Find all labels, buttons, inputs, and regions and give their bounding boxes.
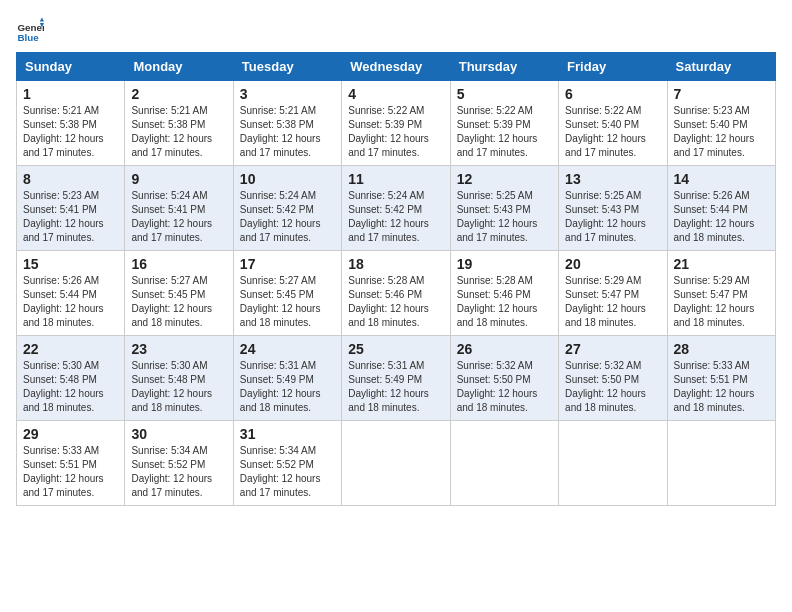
calendar-day-cell: 11Sunrise: 5:24 AMSunset: 5:42 PMDayligh… <box>342 166 450 251</box>
day-number: 27 <box>565 341 660 357</box>
day-info: Sunrise: 5:25 AMSunset: 5:43 PMDaylight:… <box>457 189 552 245</box>
day-info: Sunrise: 5:22 AMSunset: 5:40 PMDaylight:… <box>565 104 660 160</box>
calendar-day-cell: 4Sunrise: 5:22 AMSunset: 5:39 PMDaylight… <box>342 81 450 166</box>
calendar-day-cell: 21Sunrise: 5:29 AMSunset: 5:47 PMDayligh… <box>667 251 775 336</box>
day-number: 9 <box>131 171 226 187</box>
calendar-week-row: 1Sunrise: 5:21 AMSunset: 5:38 PMDaylight… <box>17 81 776 166</box>
day-number: 26 <box>457 341 552 357</box>
day-number: 7 <box>674 86 769 102</box>
calendar-day-cell <box>559 421 667 506</box>
day-info: Sunrise: 5:33 AMSunset: 5:51 PMDaylight:… <box>674 359 769 415</box>
day-info: Sunrise: 5:33 AMSunset: 5:51 PMDaylight:… <box>23 444 118 500</box>
day-info: Sunrise: 5:34 AMSunset: 5:52 PMDaylight:… <box>131 444 226 500</box>
day-info: Sunrise: 5:24 AMSunset: 5:42 PMDaylight:… <box>240 189 335 245</box>
day-info: Sunrise: 5:27 AMSunset: 5:45 PMDaylight:… <box>131 274 226 330</box>
day-info: Sunrise: 5:28 AMSunset: 5:46 PMDaylight:… <box>457 274 552 330</box>
header-friday: Friday <box>559 53 667 81</box>
day-number: 19 <box>457 256 552 272</box>
header-sunday: Sunday <box>17 53 125 81</box>
day-number: 16 <box>131 256 226 272</box>
calendar-day-cell: 15Sunrise: 5:26 AMSunset: 5:44 PMDayligh… <box>17 251 125 336</box>
calendar-day-cell: 22Sunrise: 5:30 AMSunset: 5:48 PMDayligh… <box>17 336 125 421</box>
calendar-day-cell: 16Sunrise: 5:27 AMSunset: 5:45 PMDayligh… <box>125 251 233 336</box>
day-info: Sunrise: 5:21 AMSunset: 5:38 PMDaylight:… <box>131 104 226 160</box>
svg-marker-2 <box>40 17 44 21</box>
day-number: 20 <box>565 256 660 272</box>
calendar-week-row: 22Sunrise: 5:30 AMSunset: 5:48 PMDayligh… <box>17 336 776 421</box>
calendar-day-cell: 5Sunrise: 5:22 AMSunset: 5:39 PMDaylight… <box>450 81 558 166</box>
day-number: 4 <box>348 86 443 102</box>
header-tuesday: Tuesday <box>233 53 341 81</box>
day-number: 18 <box>348 256 443 272</box>
logo: General Blue <box>16 16 44 44</box>
calendar-day-cell: 1Sunrise: 5:21 AMSunset: 5:38 PMDaylight… <box>17 81 125 166</box>
calendar-day-cell: 25Sunrise: 5:31 AMSunset: 5:49 PMDayligh… <box>342 336 450 421</box>
day-info: Sunrise: 5:30 AMSunset: 5:48 PMDaylight:… <box>131 359 226 415</box>
day-number: 3 <box>240 86 335 102</box>
weekday-header-row: SundayMondayTuesdayWednesdayThursdayFrid… <box>17 53 776 81</box>
calendar-day-cell: 17Sunrise: 5:27 AMSunset: 5:45 PMDayligh… <box>233 251 341 336</box>
header-monday: Monday <box>125 53 233 81</box>
day-info: Sunrise: 5:23 AMSunset: 5:40 PMDaylight:… <box>674 104 769 160</box>
calendar-day-cell <box>667 421 775 506</box>
calendar-day-cell <box>450 421 558 506</box>
day-number: 6 <box>565 86 660 102</box>
page-header: General Blue <box>16 16 776 44</box>
svg-text:Blue: Blue <box>17 32 39 43</box>
calendar-day-cell: 31Sunrise: 5:34 AMSunset: 5:52 PMDayligh… <box>233 421 341 506</box>
day-info: Sunrise: 5:25 AMSunset: 5:43 PMDaylight:… <box>565 189 660 245</box>
header-wednesday: Wednesday <box>342 53 450 81</box>
calendar-day-cell <box>342 421 450 506</box>
day-info: Sunrise: 5:29 AMSunset: 5:47 PMDaylight:… <box>674 274 769 330</box>
day-info: Sunrise: 5:31 AMSunset: 5:49 PMDaylight:… <box>240 359 335 415</box>
day-number: 12 <box>457 171 552 187</box>
calendar-day-cell: 19Sunrise: 5:28 AMSunset: 5:46 PMDayligh… <box>450 251 558 336</box>
day-info: Sunrise: 5:32 AMSunset: 5:50 PMDaylight:… <box>565 359 660 415</box>
day-number: 21 <box>674 256 769 272</box>
day-number: 1 <box>23 86 118 102</box>
calendar-day-cell: 2Sunrise: 5:21 AMSunset: 5:38 PMDaylight… <box>125 81 233 166</box>
header-thursday: Thursday <box>450 53 558 81</box>
calendar-day-cell: 23Sunrise: 5:30 AMSunset: 5:48 PMDayligh… <box>125 336 233 421</box>
calendar-day-cell: 20Sunrise: 5:29 AMSunset: 5:47 PMDayligh… <box>559 251 667 336</box>
day-number: 24 <box>240 341 335 357</box>
day-number: 22 <box>23 341 118 357</box>
calendar-day-cell: 26Sunrise: 5:32 AMSunset: 5:50 PMDayligh… <box>450 336 558 421</box>
day-info: Sunrise: 5:24 AMSunset: 5:42 PMDaylight:… <box>348 189 443 245</box>
day-info: Sunrise: 5:22 AMSunset: 5:39 PMDaylight:… <box>457 104 552 160</box>
day-number: 5 <box>457 86 552 102</box>
calendar-day-cell: 3Sunrise: 5:21 AMSunset: 5:38 PMDaylight… <box>233 81 341 166</box>
day-number: 30 <box>131 426 226 442</box>
day-number: 10 <box>240 171 335 187</box>
calendar-week-row: 15Sunrise: 5:26 AMSunset: 5:44 PMDayligh… <box>17 251 776 336</box>
calendar-week-row: 29Sunrise: 5:33 AMSunset: 5:51 PMDayligh… <box>17 421 776 506</box>
day-info: Sunrise: 5:26 AMSunset: 5:44 PMDaylight:… <box>23 274 118 330</box>
day-info: Sunrise: 5:24 AMSunset: 5:41 PMDaylight:… <box>131 189 226 245</box>
calendar-day-cell: 18Sunrise: 5:28 AMSunset: 5:46 PMDayligh… <box>342 251 450 336</box>
day-number: 11 <box>348 171 443 187</box>
calendar-day-cell: 24Sunrise: 5:31 AMSunset: 5:49 PMDayligh… <box>233 336 341 421</box>
day-number: 25 <box>348 341 443 357</box>
day-info: Sunrise: 5:21 AMSunset: 5:38 PMDaylight:… <box>23 104 118 160</box>
calendar-day-cell: 7Sunrise: 5:23 AMSunset: 5:40 PMDaylight… <box>667 81 775 166</box>
calendar-table: SundayMondayTuesdayWednesdayThursdayFrid… <box>16 52 776 506</box>
day-number: 13 <box>565 171 660 187</box>
day-number: 28 <box>674 341 769 357</box>
day-info: Sunrise: 5:23 AMSunset: 5:41 PMDaylight:… <box>23 189 118 245</box>
day-info: Sunrise: 5:28 AMSunset: 5:46 PMDaylight:… <box>348 274 443 330</box>
header-saturday: Saturday <box>667 53 775 81</box>
day-info: Sunrise: 5:32 AMSunset: 5:50 PMDaylight:… <box>457 359 552 415</box>
calendar-day-cell: 27Sunrise: 5:32 AMSunset: 5:50 PMDayligh… <box>559 336 667 421</box>
calendar-day-cell: 28Sunrise: 5:33 AMSunset: 5:51 PMDayligh… <box>667 336 775 421</box>
calendar-day-cell: 13Sunrise: 5:25 AMSunset: 5:43 PMDayligh… <box>559 166 667 251</box>
day-number: 2 <box>131 86 226 102</box>
day-number: 8 <box>23 171 118 187</box>
calendar-day-cell: 29Sunrise: 5:33 AMSunset: 5:51 PMDayligh… <box>17 421 125 506</box>
day-number: 17 <box>240 256 335 272</box>
day-number: 29 <box>23 426 118 442</box>
day-info: Sunrise: 5:26 AMSunset: 5:44 PMDaylight:… <box>674 189 769 245</box>
day-info: Sunrise: 5:22 AMSunset: 5:39 PMDaylight:… <box>348 104 443 160</box>
day-info: Sunrise: 5:34 AMSunset: 5:52 PMDaylight:… <box>240 444 335 500</box>
day-info: Sunrise: 5:27 AMSunset: 5:45 PMDaylight:… <box>240 274 335 330</box>
day-number: 15 <box>23 256 118 272</box>
